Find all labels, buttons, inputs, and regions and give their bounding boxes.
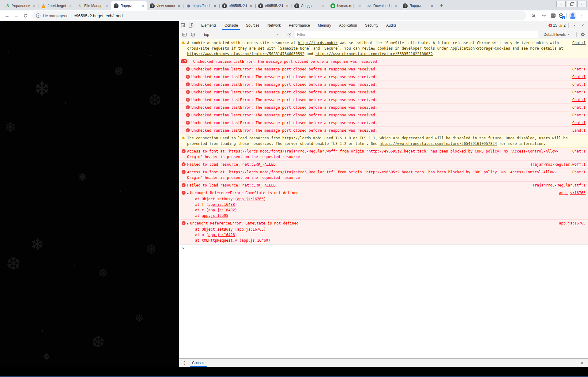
tab-close-icon[interactable]	[321, 3, 326, 8]
message-link[interactable]: app.js:16488	[208, 202, 235, 207]
tab-close-icon[interactable]	[32, 3, 37, 8]
browser-tab[interactable]: Лорды	[111, 1, 147, 10]
devtools-close-icon[interactable]	[579, 23, 586, 28]
device-toolbar-icon[interactable]	[187, 21, 195, 30]
message-link[interactable]: https://www.chromestatus.com/feature/508…	[187, 52, 304, 56]
message-source-link[interactable]: Chat:1	[572, 105, 586, 110]
devtools-tab-network[interactable]: Network	[263, 21, 285, 30]
tab-close-icon[interactable]	[285, 3, 290, 8]
devtools-tab-console[interactable]: Console	[221, 21, 242, 30]
drawer-close-icon[interactable]	[579, 360, 586, 365]
browser-tab[interactable]: free4.beget.com	[39, 1, 75, 10]
url-box[interactable]: i Не защищено e96595z2.beget.tech/Land	[32, 11, 526, 20]
message-link[interactable]: app.js:16505	[202, 213, 228, 218]
browser-tab[interactable]: 8Управление М	[2, 1, 39, 10]
message-link[interactable]: http://lords.mobi/	[298, 41, 337, 45]
console-prompt[interactable]	[179, 244, 588, 252]
message-source-link[interactable]: TrajanPro3-Regular.woff:1	[530, 162, 586, 167]
page-viewport[interactable]: ❄❅❆❄❅❄❆❅❄❆❅❄●●●●●●●●	[0, 21, 179, 367]
browser-tab[interactable]: view-source:e9	[147, 1, 183, 10]
message-link[interactable]: https://www.chromestatus.com/feature/565…	[380, 141, 497, 146]
security-label[interactable]: Не защищено	[43, 13, 69, 18]
tab-close-icon[interactable]	[176, 3, 181, 8]
drawer-menu-icon[interactable]	[182, 360, 188, 366]
message-link[interactable]: app.js:16492	[208, 208, 235, 212]
reload-button[interactable]	[21, 12, 29, 20]
message-link[interactable]: app.js:16765	[237, 197, 264, 201]
browser-tab[interactable]: Лорды	[292, 1, 328, 10]
message-source-link[interactable]: Land:1	[572, 128, 586, 133]
execution-context-select[interactable]: top	[202, 31, 280, 38]
zoom-indicator-icon[interactable]	[530, 12, 537, 20]
clear-console-icon[interactable]	[190, 31, 196, 38]
settings-gear-icon[interactable]	[579, 31, 586, 38]
message-link[interactable]: https://lords.mobi/fonts/TrajanPro3-Regu…	[229, 149, 335, 153]
message-source-link[interactable]: Chat:1	[572, 82, 586, 87]
devtools-tab-audits[interactable]: Audits	[382, 21, 400, 30]
browser-tab[interactable]: jQDownload jQue	[364, 1, 400, 10]
message-source-link[interactable]: Chat:1	[572, 97, 586, 103]
filter-input[interactable]	[295, 31, 538, 38]
browser-tab[interactable]: e96595z2.bege	[255, 1, 292, 10]
message-link[interactable]: app.js:16765	[237, 227, 264, 232]
restore-button[interactable]	[567, 1, 576, 7]
tab-close-icon[interactable]	[213, 3, 217, 8]
message-link[interactable]: http://e96595z2.beget.tech	[366, 170, 424, 174]
tab-close-icon[interactable]	[104, 3, 109, 8]
back-button[interactable]: ←	[3, 12, 11, 20]
console-sidebar-icon[interactable]	[181, 31, 188, 38]
message-link[interactable]: https://lords.mobi	[282, 136, 322, 140]
message-source-link[interactable]: Chat:1	[572, 169, 586, 175]
expand-arrow-icon[interactable]	[187, 221, 189, 227]
message-link[interactable]: https://www.chromestatus.com/feature/563…	[315, 52, 433, 56]
message-link[interactable]: app.js:16460	[242, 238, 268, 243]
browser-tab[interactable]: Bbymas.ru | Ajax	[328, 1, 364, 10]
error-group-badge[interactable]: 9	[181, 59, 187, 63]
message-source-link[interactable]: Chat:1	[572, 40, 586, 46]
devtools-tab-application[interactable]: Application	[335, 21, 361, 30]
message-source-link[interactable]: Chat:1	[572, 149, 586, 154]
forward-button[interactable]: →	[12, 12, 20, 20]
profile-avatar[interactable]	[569, 12, 576, 19]
browser-tab[interactable]: SFile Manager -	[75, 1, 111, 10]
devtools-tab-security[interactable]: Security	[361, 21, 382, 30]
log-levels-select[interactable]: Default levels	[540, 32, 574, 37]
extension-cube-icon[interactable]: 1	[558, 13, 564, 18]
browser-tab[interactable]: Лорды	[400, 1, 436, 10]
message-source-link[interactable]: Chat:1	[572, 66, 586, 72]
message-source-link[interactable]: app.js:16765	[559, 190, 586, 196]
bookmark-star-icon[interactable]	[540, 12, 548, 20]
tab-close-icon[interactable]	[140, 3, 145, 8]
message-link[interactable]: app.js:16426	[208, 233, 235, 237]
drawer-tab-console[interactable]: Console	[190, 359, 208, 367]
devtools-menu-icon[interactable]	[571, 23, 578, 28]
url-text[interactable]: e96595z2.beget.tech/Land	[74, 13, 123, 18]
expand-arrow-icon[interactable]	[187, 191, 189, 196]
tab-close-icon[interactable]	[249, 3, 254, 8]
message-link[interactable]: https://lords.mobi/fonts/TrajanPro3-Regu…	[229, 170, 333, 174]
message-link[interactable]: http://e96595z2.beget.tech	[368, 149, 426, 153]
info-icon[interactable]: i	[36, 13, 40, 18]
devtools-tab-sources[interactable]: Sources	[242, 21, 263, 30]
message-source-link[interactable]: app.js:16765	[559, 221, 586, 226]
close-window-button[interactable]: ×	[577, 1, 586, 7]
extension-icon[interactable]	[550, 13, 556, 18]
new-tab-button[interactable]: +	[437, 2, 446, 10]
message-source-link[interactable]: Chat:1	[572, 89, 586, 95]
devtools-tab-performance[interactable]: Performance	[285, 21, 314, 30]
tab-close-icon[interactable]	[393, 3, 398, 8]
tab-close-icon[interactable]	[68, 3, 73, 8]
warning-count[interactable]: 2	[559, 23, 566, 28]
inspect-element-icon[interactable]	[179, 21, 187, 30]
tab-close-icon[interactable]	[357, 3, 362, 8]
message-source-link[interactable]: TrajanPro3-Regular.ttf:1	[533, 183, 586, 188]
devtools-tab-elements[interactable]: Elements	[197, 21, 221, 30]
message-source-link[interactable]: Chat:1	[572, 74, 586, 80]
live-expression-icon[interactable]	[286, 31, 293, 38]
browser-menu-icon[interactable]	[579, 13, 585, 18]
message-source-link[interactable]: Chat:1	[572, 120, 586, 126]
error-count[interactable]: 15	[548, 23, 557, 28]
tab-close-icon[interactable]	[429, 3, 434, 8]
browser-tab[interactable]: e96595z2.bege	[219, 1, 255, 10]
devtools-tab-memory[interactable]: Memory	[314, 21, 335, 30]
